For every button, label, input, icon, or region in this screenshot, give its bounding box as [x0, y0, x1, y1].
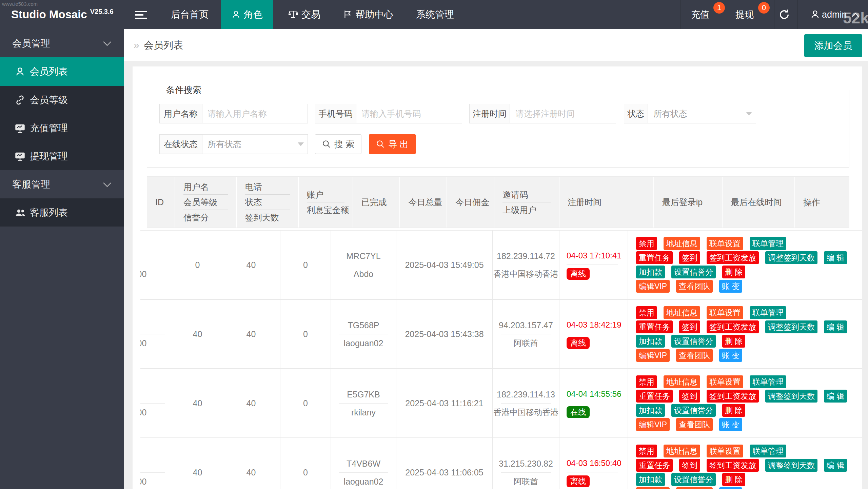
nav-help-center[interactable]: 帮助中心 — [336, 0, 401, 29]
action-button[interactable]: 调整签到天数 — [765, 390, 817, 403]
action-button[interactable]: 联单管理 — [750, 375, 786, 388]
action-button[interactable]: 设置信誉分 — [671, 266, 716, 278]
action-button[interactable]: 查看团队 — [676, 349, 713, 362]
action-button[interactable]: 签到 — [679, 390, 700, 403]
menu-toggle-icon[interactable] — [135, 10, 147, 20]
action-button[interactable]: 账 变 — [719, 487, 742, 489]
col-completed: 已完成 — [353, 177, 400, 228]
action-button[interactable]: 禁用 — [636, 445, 657, 457]
action-button[interactable]: 联单管理 — [750, 237, 786, 250]
action-button[interactable]: 调整签到天数 — [765, 459, 817, 472]
action-button[interactable]: 删 除 — [722, 404, 745, 417]
action-button[interactable]: 联单设置 — [707, 375, 743, 388]
action-button[interactable]: 签到工资发放 — [707, 251, 759, 264]
action-button[interactable]: 查看团队 — [676, 487, 713, 489]
action-button[interactable]: 重置任务 — [636, 251, 673, 264]
action-button[interactable]: 地址信息 — [664, 306, 700, 319]
action-button[interactable]: 加扣款 — [636, 335, 665, 348]
action-button[interactable]: 重置任务 — [636, 320, 673, 333]
action-button[interactable]: 编辑VIP — [636, 418, 670, 431]
sidebar-group-service[interactable]: 客服管理 — [0, 170, 124, 198]
action-button[interactable]: 签到 — [679, 251, 700, 264]
action-button[interactable]: 账 变 — [719, 349, 742, 362]
action-button[interactable]: 重置任务 — [636, 459, 673, 472]
action-button[interactable]: 联单设置 — [707, 237, 743, 250]
col-last-ip: 最后登录ip — [654, 177, 723, 228]
action-button[interactable]: 禁用 — [636, 375, 657, 388]
action-button[interactable]: 签到 — [679, 320, 700, 333]
action-button[interactable]: 设置信誉分 — [671, 335, 716, 348]
recharge-badge: 1 — [713, 2, 725, 14]
action-button[interactable]: 加扣款 — [636, 266, 665, 278]
nav-dashboard[interactable]: 后台首页 — [159, 0, 221, 29]
action-button[interactable]: 签到 — [679, 459, 700, 472]
action-button[interactable]: 删 除 — [722, 335, 745, 348]
action-button[interactable]: 删 除 — [722, 473, 745, 486]
action-button[interactable]: 账 变 — [719, 280, 742, 293]
nav-role[interactable]: 角色 — [221, 0, 273, 29]
sidebar-item-withdraw-mgmt[interactable]: 提现管理 — [0, 142, 124, 170]
col-last-online: 最后在线时间 — [723, 177, 795, 228]
action-button[interactable]: 联单管理 — [750, 445, 786, 457]
status-badge: 离线 — [567, 268, 590, 280]
action-button[interactable]: 禁用 — [636, 237, 657, 250]
cell-account: 00 — [140, 231, 173, 299]
status-select[interactable]: 所有状态 — [648, 104, 756, 123]
nav-system[interactable]: 系统管理 — [401, 0, 469, 29]
watermark-corner: 52k1 — [843, 9, 868, 27]
user-avatar-icon[interactable] — [810, 9, 820, 19]
cell-today-total: 40 — [222, 438, 280, 489]
action-button[interactable]: 加扣款 — [636, 473, 665, 486]
action-button[interactable]: 签到工资发放 — [707, 320, 759, 333]
action-button[interactable]: 编 辑 — [824, 459, 847, 472]
online-status-select[interactable]: 所有状态 — [202, 134, 308, 154]
phone-input[interactable]: 请输入手机号码 — [356, 104, 462, 123]
col-id: ID — [147, 177, 175, 228]
action-button[interactable]: 编 辑 — [824, 251, 847, 264]
sidebar-group-member[interactable]: 会员管理 — [0, 29, 124, 57]
sidebar-item-member-list[interactable]: 会员列表 — [0, 57, 124, 86]
action-button[interactable]: 调整签到天数 — [765, 320, 817, 333]
add-member-button[interactable]: 添加会员 — [804, 34, 862, 57]
export-button[interactable]: 导 出 — [369, 134, 416, 154]
cell-ip: 94.203.157.47阿联酋 — [493, 300, 559, 368]
action-button[interactable]: 签到工资发放 — [707, 459, 759, 472]
action-button[interactable]: 加扣款 — [636, 404, 665, 417]
action-button[interactable]: 编 辑 — [824, 320, 847, 333]
nav-trade[interactable]: 交易 — [273, 0, 336, 29]
username-input[interactable]: 请输入用户名称 — [202, 104, 308, 123]
field-online-status-label: 在线状态 — [159, 134, 202, 154]
cell-last-online: 04-03 18:42:19离线 — [559, 300, 628, 368]
action-button[interactable]: 删 除 — [722, 266, 745, 278]
refresh-icon[interactable] — [778, 9, 790, 20]
action-button[interactable]: 地址信息 — [664, 237, 700, 250]
action-button[interactable]: 联单管理 — [750, 306, 786, 319]
action-button[interactable]: 联单设置 — [707, 445, 743, 457]
action-button[interactable]: 查看团队 — [676, 418, 713, 431]
action-button[interactable]: 编 辑 — [824, 390, 847, 403]
action-button[interactable]: 调整签到天数 — [765, 251, 817, 264]
withdraw-menu[interactable]: 提现 — [730, 0, 760, 29]
regtime-input[interactable]: 请选择注册时间 — [510, 104, 616, 123]
link-icon — [15, 95, 25, 105]
action-button[interactable]: 设置信誉分 — [671, 404, 716, 417]
action-button[interactable]: 地址信息 — [664, 375, 700, 388]
action-button[interactable]: 账 变 — [719, 418, 742, 431]
search-legend: 条件搜索 — [162, 84, 205, 96]
action-button[interactable]: 设置信誉分 — [671, 473, 716, 486]
search-button[interactable]: 搜 索 — [315, 134, 361, 154]
app-logo-text: Studio Mosaic — [11, 8, 87, 21]
action-button[interactable]: 签到工资发放 — [707, 390, 759, 403]
action-button[interactable]: 编辑VIP — [636, 349, 670, 362]
sidebar-item-service-list[interactable]: 客服列表 — [0, 198, 124, 227]
breadcrumb-separator: » — [134, 29, 139, 61]
action-button[interactable]: 编辑VIP — [636, 487, 670, 489]
action-button[interactable]: 联单设置 — [707, 306, 743, 319]
sidebar-item-member-level[interactable]: 会员等级 — [0, 86, 124, 114]
action-button[interactable]: 禁用 — [636, 306, 657, 319]
action-button[interactable]: 重置任务 — [636, 390, 673, 403]
action-button[interactable]: 编辑VIP — [636, 280, 670, 293]
action-button[interactable]: 查看团队 — [676, 280, 713, 293]
action-button[interactable]: 地址信息 — [664, 445, 700, 457]
sidebar-item-recharge-mgmt[interactable]: 充值管理 — [0, 114, 124, 142]
